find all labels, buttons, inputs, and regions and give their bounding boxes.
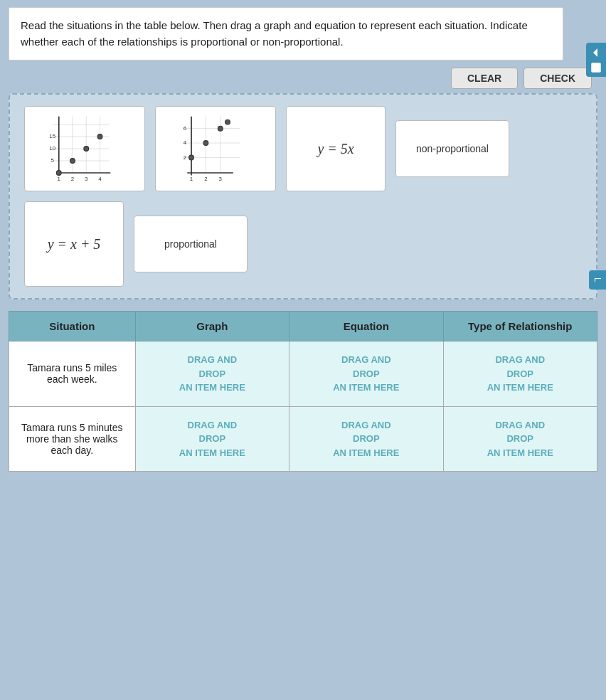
drop-placeholder-type-1: DRAG ANDDROPAN ITEM HERE: [451, 353, 590, 395]
svg-text:15: 15: [49, 133, 55, 139]
table-row: Tamara runs 5 minutes more than she walk…: [9, 406, 597, 472]
svg-marker-39: [593, 48, 597, 57]
drag-equation-1[interactable]: y = 5x: [286, 106, 386, 191]
label-proportional-text: proportional: [164, 238, 217, 250]
drag-graph-2[interactable]: 1 2 3 2 4 6: [155, 106, 276, 191]
drop-placeholder-graph-1: DRAG ANDDROPAN ITEM HERE: [143, 353, 282, 395]
svg-point-17: [70, 159, 75, 164]
svg-text:4: 4: [184, 139, 187, 146]
drag-label-proportional[interactable]: proportional: [134, 216, 248, 272]
svg-text:2: 2: [184, 154, 186, 161]
drop-placeholder-graph-2: DRAG ANDDROPAN ITEM HERE: [143, 418, 282, 460]
svg-point-20: [56, 171, 61, 176]
drop-graph-2[interactable]: DRAG ANDDROPAN ITEM HERE: [135, 406, 289, 472]
svg-point-38: [225, 120, 230, 124]
svg-point-35: [189, 155, 194, 160]
equation-1-label: y = 5x: [317, 141, 354, 157]
header-type: Type of Relationship: [443, 312, 597, 341]
drag-label-nonproportional[interactable]: non-proportional: [395, 120, 509, 177]
header-situation: Situation: [9, 312, 136, 341]
svg-point-37: [218, 126, 223, 131]
table-section: Situation Graph Equation Type of Relatio…: [9, 311, 597, 472]
situation-cell-1: Tamara runs 5 miles each week.: [9, 341, 136, 407]
svg-text:3: 3: [85, 176, 88, 182]
drag-items-area: 1 2 3 4 5 10 15 1 2: [9, 93, 597, 299]
top-bar: CLEAR CHECK: [0, 60, 606, 93]
drop-type-2[interactable]: DRAG ANDDROPAN ITEM HERE: [443, 406, 597, 472]
panel-arrow-icon: [590, 47, 602, 58]
svg-text:10: 10: [49, 145, 55, 152]
situation-1-text: Tamara runs 5 miles each week.: [27, 362, 117, 385]
drop-type-1[interactable]: DRAG ANDDROPAN ITEM HERE: [443, 341, 597, 407]
table-header-row: Situation Graph Equation Type of Relatio…: [9, 312, 597, 341]
svg-point-36: [203, 141, 208, 146]
right-side-tab[interactable]: L: [589, 270, 606, 290]
right-panel-arrow[interactable]: [586, 43, 606, 77]
panel-square-icon: [591, 63, 601, 73]
clear-button[interactable]: CLEAR: [451, 68, 518, 89]
drop-placeholder-type-2: DRAG ANDDROPAN ITEM HERE: [451, 418, 590, 460]
situation-cell-2: Tamara runs 5 minutes more than she walk…: [9, 406, 136, 472]
svg-text:1: 1: [190, 176, 193, 182]
svg-text:6: 6: [184, 125, 187, 132]
svg-text:1: 1: [58, 176, 61, 182]
svg-point-19: [97, 134, 102, 139]
svg-text:3: 3: [219, 176, 223, 182]
instruction-box: Read the situations in the table below. …: [9, 7, 563, 60]
drop-placeholder-eq-2: DRAG ANDDROPAN ITEM HERE: [297, 418, 435, 460]
svg-text:2: 2: [71, 176, 74, 182]
instruction-text: Read the situations in the table below. …: [21, 19, 528, 48]
drop-placeholder-eq-1: DRAG ANDDROPAN ITEM HERE: [297, 353, 435, 395]
header-graph: Graph: [135, 312, 289, 341]
header-equation: Equation: [289, 312, 443, 341]
right-tab-label: L: [592, 277, 602, 282]
drop-equation-1[interactable]: DRAG ANDDROPAN ITEM HERE: [289, 341, 443, 407]
svg-text:2: 2: [204, 176, 207, 182]
situation-2-text: Tamara runs 5 minutes more than she walk…: [21, 422, 122, 456]
svg-point-18: [84, 147, 89, 152]
main-table: Situation Graph Equation Type of Relatio…: [9, 311, 597, 472]
table-row: Tamara runs 5 miles each week. DRAG ANDD…: [9, 341, 597, 407]
drop-equation-2[interactable]: DRAG ANDDROPAN ITEM HERE: [289, 406, 443, 472]
drop-graph-1[interactable]: DRAG ANDDROPAN ITEM HERE: [135, 341, 289, 407]
label-nonproportional-text: non-proportional: [416, 143, 489, 154]
svg-text:5: 5: [51, 157, 54, 164]
equation-2-label: y = x + 5: [48, 236, 101, 253]
drag-equation-2[interactable]: y = x + 5: [24, 201, 124, 287]
drag-graph-1[interactable]: 1 2 3 4 5 10 15: [24, 106, 145, 191]
check-button[interactable]: CHECK: [523, 68, 592, 89]
svg-text:4: 4: [98, 176, 102, 182]
